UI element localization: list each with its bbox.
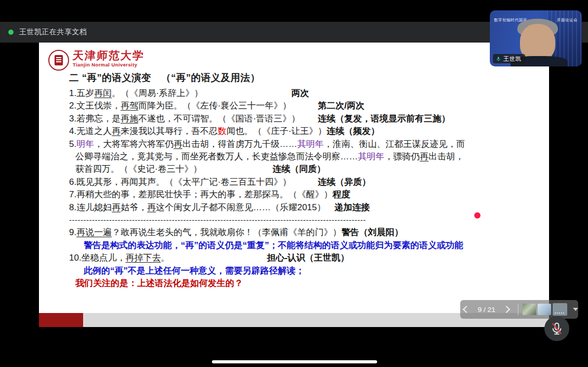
home-indicator[interactable] bbox=[212, 360, 377, 363]
slide-line: ----------------------------------------… bbox=[39, 214, 549, 226]
slide-line: 9.再说一遍？敢再说生老头的气，我就敢扇你！（李佩甫《羊的门》）警告（刘晨阳） bbox=[39, 226, 549, 239]
chevron-left-icon bbox=[463, 306, 470, 313]
slide-line: 2.文王伐崇，再驾而降为臣。（《左传·襄公三十一年》） 第二次/两次 bbox=[39, 100, 549, 112]
slide-line: 我们关注的是：上述语法化是如何发生的？ bbox=[39, 277, 549, 290]
toolbar-divider bbox=[518, 304, 518, 315]
sharing-status-dot bbox=[8, 30, 14, 35]
chevron-right-icon bbox=[503, 306, 510, 313]
university-logo: 天津师范大学 Tianjin Normal University bbox=[48, 50, 144, 71]
university-name-en: Tianjin Normal University bbox=[73, 62, 144, 67]
page-indicator: 9 / 21 bbox=[475, 306, 499, 314]
slide-title: 二 “再”的语义演变 （“再”的语义及用法） bbox=[69, 71, 260, 84]
slide-line: 公卿寻端治之，竟其党与，而坐死者数万人，长吏益惨急而法令明察……其明年，骠骑仍再… bbox=[39, 151, 549, 163]
slide-line: 1.五岁再闰。（《周易·系辞上》） 两次 bbox=[39, 87, 549, 100]
mic-button[interactable] bbox=[544, 316, 569, 341]
university-seal-icon bbox=[48, 50, 69, 71]
shared-content-thumbnail-2[interactable] bbox=[538, 304, 551, 315]
shared-content-thumbnail-1[interactable] bbox=[523, 304, 536, 315]
participant-name-badge: 王世凯 bbox=[493, 54, 525, 63]
mic-muted-icon bbox=[550, 321, 564, 336]
slide-line: 警告是构式的表达功能，“再”的语义仍是“重复”；不能将结构的语义或功能归为要素的… bbox=[39, 239, 549, 252]
university-name-cn: 天津师范大学 bbox=[72, 50, 145, 61]
slide-line: 5.明年，大将军将六将军仍再出击胡，得首虏万九千级……其明年，淮南、衡山、江都王… bbox=[39, 138, 549, 151]
shared-slide: 天津师范大学 Tianjin Normal University 二 “再”的语… bbox=[39, 43, 549, 327]
webcam-banner-right-text: 开题论证会 bbox=[557, 18, 578, 23]
slide-line: 7.再稍大些的事，差那民壮快手；再大的事，差那探马。（《醒》）程度 bbox=[39, 188, 549, 201]
next-page-button[interactable] bbox=[501, 302, 513, 317]
laser-pointer-dot bbox=[474, 212, 480, 219]
slide-body: 1.五岁再闰。（《周易·系辞上》） 两次2.文王伐崇，再驾而降为臣。（《左传·襄… bbox=[39, 87, 549, 290]
slide-line: 3.若弗忘，是再施不遂也，不可谓智。（《国语·晋语三》） 连续（复发，语境显示前… bbox=[39, 113, 549, 125]
prev-page-button[interactable] bbox=[460, 302, 473, 317]
page-nav-toolbar: 9 / 21 bbox=[460, 300, 578, 319]
footer-red-block bbox=[39, 313, 83, 327]
slide-line: 8.连儿媳妇再姑爷，再这个闺女儿子都不闹意见……（乐耀2015） 递加连接 bbox=[39, 201, 549, 214]
shared-content-thumbnail-3[interactable] bbox=[553, 303, 567, 316]
webcam-video-tile[interactable]: 数字智能时代国家 开题论证会 王世凯 bbox=[490, 10, 582, 66]
sharing-status-text: 王世凯正在共享文档 bbox=[19, 28, 87, 37]
thumbnail-dropdown-arrow-icon[interactable] bbox=[573, 308, 578, 311]
slide-line: 6.既见其形，再闻其声。（《太平广记·卷三百五十四》） 连续（异质） bbox=[39, 176, 549, 188]
slide-line: 获首四万。（《史记·卷三十》） 连续（同质） bbox=[39, 163, 549, 175]
mic-on-icon bbox=[496, 56, 501, 62]
slide-line: 此例的“再”不是上述任何一种意义，需要另辟路径解读； bbox=[39, 265, 549, 277]
slide-line: 4.无道之人再来漫我以其辱行，吾不忍数闻也。（《庄子·让王》）连续（频发） bbox=[39, 125, 549, 138]
slide-line: 10.坐稳点儿，再掉下去。 担心-认识（王世凯） bbox=[39, 252, 549, 264]
participant-name-label: 王世凯 bbox=[503, 55, 522, 63]
